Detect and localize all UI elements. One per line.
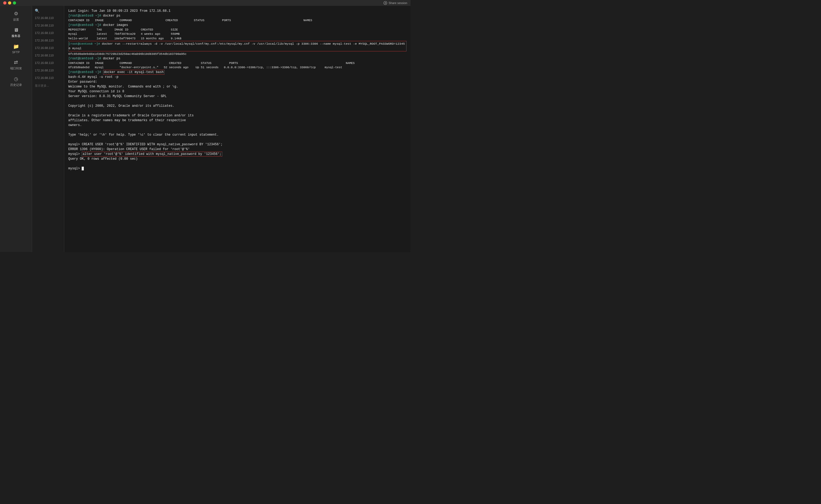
- close-button[interactable]: [3, 1, 6, 5]
- terminal-line-create-user: mysql> CREATE USER 'root'@'%' IDENTIFIED…: [68, 142, 406, 147]
- terminal-line-query-ok: Query OK, 0 rows affected (0.00 sec): [68, 156, 406, 161]
- history-item-5[interactable]: 172.16.68.110: [32, 44, 64, 52]
- history-show-more[interactable]: 显示更多...: [32, 82, 64, 90]
- history-item-4[interactable]: 172.16.68.110: [32, 37, 64, 44]
- history-icon: ◷: [14, 76, 18, 82]
- minimize-button[interactable]: [8, 1, 11, 5]
- terminal-line-server-version: Server version: 8.0.31 MySQL Community S…: [68, 94, 406, 99]
- sidebar-item-servers[interactable]: 🖥 服务器: [0, 25, 32, 40]
- terminal-line-connection-id: Your MySQL connection id is 8: [68, 89, 406, 94]
- terminal-line-3: CONTAINER ID IMAGE COMMAND CREATED STATU…: [68, 18, 406, 23]
- history-item-9[interactable]: 172.16.68.110: [32, 74, 64, 82]
- sidebar-item-port-forward[interactable]: ⇄ 端口转发: [0, 57, 32, 72]
- terminal-line-oracle1: Oracle is a registered trademark of Orac…: [68, 113, 406, 118]
- port-forward-icon: ⇄: [14, 59, 18, 65]
- sidebar-item-history[interactable]: ◷ 历史记录: [0, 74, 32, 89]
- history-sidebar: 🔍 172.16.68.110 172.16.68.110 172.16.68.…: [32, 6, 64, 252]
- terminal-line-oracle2: affiliates. Other names may be trademark…: [68, 118, 406, 123]
- history-header: 🔍: [32, 6, 64, 14]
- terminal-line-container-header: CONTAINER ID IMAGE COMMAND CREATED STATU…: [68, 61, 406, 66]
- sidebar-item-sftp[interactable]: 📁 SFTP: [0, 41, 32, 56]
- terminal-line-docker-exec: [root@centos8 ~]# docker exec -it mysql-…: [68, 70, 406, 75]
- terminal-line-oracle3: owners.: [68, 123, 406, 128]
- terminal-line-copyright: Copyright (c) 2000, 2022, Oracle and/or …: [68, 104, 406, 108]
- terminal-line-4: [root@centos8 ~]# docker images: [68, 23, 406, 28]
- terminal-line-5: REPOSITORY TAG IMAGE ID CREATED SIZE: [68, 28, 406, 32]
- servers-icon: 🖥: [14, 27, 18, 33]
- alter-user-highlight: alter user 'root'@'%' identified with my…: [82, 152, 222, 156]
- docker-exec-highlight: docker exec -it mysql-test bash: [103, 70, 164, 75]
- terminal-line-blank3: [68, 128, 406, 132]
- settings-icon: ⚙: [14, 11, 18, 17]
- terminal-line-blank2: [68, 108, 406, 113]
- maximize-button[interactable]: [13, 1, 16, 5]
- titlebar: Share session: [0, 0, 410, 6]
- terminal-line-7: hello-world latest 18e5af790473 15 month…: [68, 36, 406, 41]
- history-item-3[interactable]: 172.16.68.110: [32, 29, 64, 37]
- history-item-7[interactable]: 172.16.68.110: [32, 59, 64, 67]
- app-layout: ⚙ 设置 🖥 服务器 📁 SFTP ⇄ 端口转发 ◷ 历史记录 🔍 172.16…: [0, 6, 410, 252]
- terminal-line-container-id: 6fc85d0a0ebdda1d38dc75729b23d250ac46ab96…: [68, 52, 406, 56]
- terminal-line-help: Type 'help;' or '\h' for help. Type '\c'…: [68, 132, 406, 137]
- share-session-label: Share session: [389, 1, 407, 5]
- terminal-line-6: mysql latest 7b6f3978ca29 4 weeks ago 55…: [68, 32, 406, 36]
- terminal-line-container-row: 6fc85d0a0ebd mysql "docker-entrypoint.s……: [68, 65, 406, 70]
- terminal-line-blank5: [68, 161, 406, 166]
- window-controls: [3, 1, 16, 5]
- terminal-line-welcome: Welcome to the MySQL monitor. Commands e…: [68, 84, 406, 89]
- terminal-line-docker-run: [root@centos8 ~]# docker run --restart=a…: [68, 41, 406, 51]
- main-sidebar: ⚙ 设置 🖥 服务器 📁 SFTP ⇄ 端口转发 ◷ 历史记录: [0, 6, 32, 252]
- terminal-line-docker-ps2: [root@centos8 ~]# docker ps: [68, 56, 406, 61]
- share-session-button[interactable]: Share session: [383, 1, 407, 5]
- terminal-line-bash-mysql: bash-4.4# mysql -u root -p: [68, 75, 406, 79]
- history-search-icon[interactable]: 🔍: [35, 9, 39, 13]
- terminal-line-alter-user: mysql> alter user 'root'@'%' identified …: [68, 152, 406, 156]
- docker-run-block: [root@centos8 ~]# docker run --restart=a…: [68, 41, 406, 51]
- history-item-8[interactable]: 172.16.68.110: [32, 67, 64, 74]
- sidebar-item-settings[interactable]: ⚙ 设置: [0, 9, 32, 24]
- terminal-line-blank1: [68, 99, 406, 104]
- sftp-icon: 📁: [13, 44, 19, 49]
- terminal-line-blank4: [68, 137, 406, 142]
- terminal-line-enter-password: Enter password:: [68, 79, 406, 84]
- terminal-line-prompt: mysql>: [68, 166, 406, 171]
- terminal-line-error: ERROR 1396 (HY000): Operation CREATE USE…: [68, 147, 406, 152]
- cursor: [82, 167, 84, 170]
- history-item-2[interactable]: 172.16.68.110: [32, 22, 64, 29]
- share-icon: [383, 1, 387, 5]
- history-item-6[interactable]: 172.16.68.110: [32, 52, 64, 59]
- history-item-1[interactable]: 172.16.68.110: [32, 14, 64, 22]
- terminal-line-1: Last login: Tue Jan 10 08:09:23 2023 fro…: [68, 9, 406, 13]
- terminal[interactable]: Last login: Tue Jan 10 08:09:23 2023 fro…: [64, 6, 410, 252]
- terminal-line-2: [root@centos8 ~]# docker ps: [68, 13, 406, 18]
